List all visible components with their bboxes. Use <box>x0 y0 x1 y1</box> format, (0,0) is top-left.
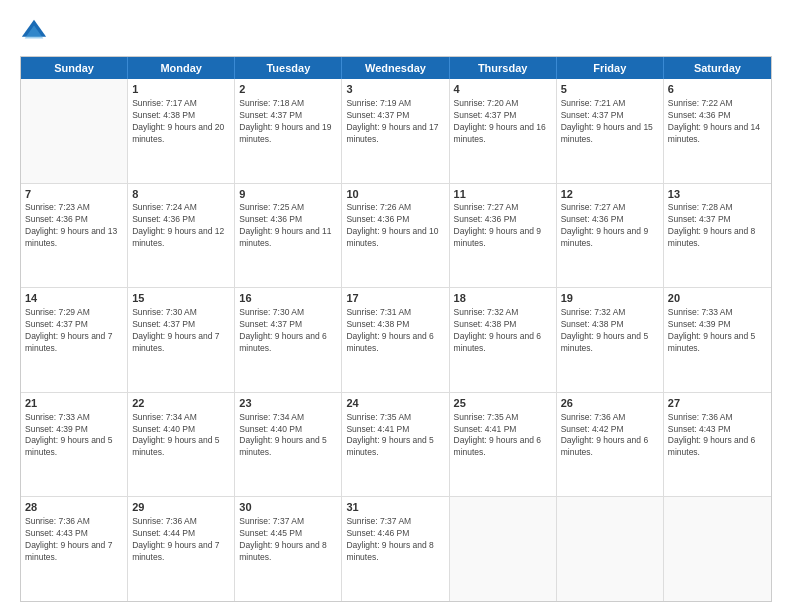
day-info: Sunrise: 7:33 AMSunset: 4:39 PMDaylight:… <box>668 307 767 355</box>
day-number: 16 <box>239 291 337 306</box>
calendar-cell-5-7 <box>664 497 771 601</box>
calendar-cell-4-4: 24Sunrise: 7:35 AMSunset: 4:41 PMDayligh… <box>342 393 449 497</box>
day-info: Sunrise: 7:36 AMSunset: 4:42 PMDaylight:… <box>561 412 659 460</box>
day-info: Sunrise: 7:26 AMSunset: 4:36 PMDaylight:… <box>346 202 444 250</box>
day-info: Sunrise: 7:34 AMSunset: 4:40 PMDaylight:… <box>239 412 337 460</box>
calendar-cell-5-6 <box>557 497 664 601</box>
day-info: Sunrise: 7:36 AMSunset: 4:43 PMDaylight:… <box>668 412 767 460</box>
calendar-cell-4-5: 25Sunrise: 7:35 AMSunset: 4:41 PMDayligh… <box>450 393 557 497</box>
day-number: 14 <box>25 291 123 306</box>
day-number: 4 <box>454 82 552 97</box>
calendar-row-1: 1Sunrise: 7:17 AMSunset: 4:38 PMDaylight… <box>21 79 771 184</box>
day-number: 26 <box>561 396 659 411</box>
day-number: 12 <box>561 187 659 202</box>
calendar-cell-3-7: 20Sunrise: 7:33 AMSunset: 4:39 PMDayligh… <box>664 288 771 392</box>
calendar-cell-1-4: 3Sunrise: 7:19 AMSunset: 4:37 PMDaylight… <box>342 79 449 183</box>
day-info: Sunrise: 7:27 AMSunset: 4:36 PMDaylight:… <box>561 202 659 250</box>
calendar-header-row: SundayMondayTuesdayWednesdayThursdayFrid… <box>21 57 771 79</box>
day-number: 24 <box>346 396 444 411</box>
calendar-cell-5-4: 31Sunrise: 7:37 AMSunset: 4:46 PMDayligh… <box>342 497 449 601</box>
day-info: Sunrise: 7:36 AMSunset: 4:43 PMDaylight:… <box>25 516 123 564</box>
day-number: 13 <box>668 187 767 202</box>
calendar-cell-1-7: 6Sunrise: 7:22 AMSunset: 4:36 PMDaylight… <box>664 79 771 183</box>
day-info: Sunrise: 7:34 AMSunset: 4:40 PMDaylight:… <box>132 412 230 460</box>
calendar-row-3: 14Sunrise: 7:29 AMSunset: 4:37 PMDayligh… <box>21 288 771 393</box>
day-number: 28 <box>25 500 123 515</box>
calendar-cell-3-3: 16Sunrise: 7:30 AMSunset: 4:37 PMDayligh… <box>235 288 342 392</box>
day-info: Sunrise: 7:31 AMSunset: 4:38 PMDaylight:… <box>346 307 444 355</box>
calendar-cell-2-2: 8Sunrise: 7:24 AMSunset: 4:36 PMDaylight… <box>128 184 235 288</box>
header <box>20 18 772 46</box>
day-number: 29 <box>132 500 230 515</box>
calendar: SundayMondayTuesdayWednesdayThursdayFrid… <box>20 56 772 602</box>
calendar-cell-5-3: 30Sunrise: 7:37 AMSunset: 4:45 PMDayligh… <box>235 497 342 601</box>
calendar-cell-4-6: 26Sunrise: 7:36 AMSunset: 4:42 PMDayligh… <box>557 393 664 497</box>
day-info: Sunrise: 7:23 AMSunset: 4:36 PMDaylight:… <box>25 202 123 250</box>
calendar-cell-5-5 <box>450 497 557 601</box>
calendar-row-2: 7Sunrise: 7:23 AMSunset: 4:36 PMDaylight… <box>21 184 771 289</box>
header-day-friday: Friday <box>557 57 664 79</box>
calendar-cell-3-4: 17Sunrise: 7:31 AMSunset: 4:38 PMDayligh… <box>342 288 449 392</box>
calendar-cell-4-3: 23Sunrise: 7:34 AMSunset: 4:40 PMDayligh… <box>235 393 342 497</box>
day-number: 6 <box>668 82 767 97</box>
calendar-cell-2-1: 7Sunrise: 7:23 AMSunset: 4:36 PMDaylight… <box>21 184 128 288</box>
logo-icon <box>20 18 48 46</box>
day-info: Sunrise: 7:20 AMSunset: 4:37 PMDaylight:… <box>454 98 552 146</box>
day-info: Sunrise: 7:35 AMSunset: 4:41 PMDaylight:… <box>454 412 552 460</box>
day-number: 7 <box>25 187 123 202</box>
day-info: Sunrise: 7:33 AMSunset: 4:39 PMDaylight:… <box>25 412 123 460</box>
calendar-row-5: 28Sunrise: 7:36 AMSunset: 4:43 PMDayligh… <box>21 497 771 601</box>
header-day-monday: Monday <box>128 57 235 79</box>
calendar-cell-3-5: 18Sunrise: 7:32 AMSunset: 4:38 PMDayligh… <box>450 288 557 392</box>
header-day-sunday: Sunday <box>21 57 128 79</box>
day-number: 20 <box>668 291 767 306</box>
calendar-cell-3-6: 19Sunrise: 7:32 AMSunset: 4:38 PMDayligh… <box>557 288 664 392</box>
day-info: Sunrise: 7:36 AMSunset: 4:44 PMDaylight:… <box>132 516 230 564</box>
calendar-cell-4-7: 27Sunrise: 7:36 AMSunset: 4:43 PMDayligh… <box>664 393 771 497</box>
calendar-cell-5-1: 28Sunrise: 7:36 AMSunset: 4:43 PMDayligh… <box>21 497 128 601</box>
day-info: Sunrise: 7:21 AMSunset: 4:37 PMDaylight:… <box>561 98 659 146</box>
day-number: 27 <box>668 396 767 411</box>
calendar-cell-4-1: 21Sunrise: 7:33 AMSunset: 4:39 PMDayligh… <box>21 393 128 497</box>
day-number: 31 <box>346 500 444 515</box>
day-number: 19 <box>561 291 659 306</box>
day-info: Sunrise: 7:32 AMSunset: 4:38 PMDaylight:… <box>454 307 552 355</box>
day-info: Sunrise: 7:17 AMSunset: 4:38 PMDaylight:… <box>132 98 230 146</box>
calendar-cell-1-1 <box>21 79 128 183</box>
day-info: Sunrise: 7:35 AMSunset: 4:41 PMDaylight:… <box>346 412 444 460</box>
day-number: 23 <box>239 396 337 411</box>
day-info: Sunrise: 7:27 AMSunset: 4:36 PMDaylight:… <box>454 202 552 250</box>
day-info: Sunrise: 7:19 AMSunset: 4:37 PMDaylight:… <box>346 98 444 146</box>
header-day-wednesday: Wednesday <box>342 57 449 79</box>
day-info: Sunrise: 7:18 AMSunset: 4:37 PMDaylight:… <box>239 98 337 146</box>
calendar-cell-1-2: 1Sunrise: 7:17 AMSunset: 4:38 PMDaylight… <box>128 79 235 183</box>
header-day-thursday: Thursday <box>450 57 557 79</box>
day-info: Sunrise: 7:24 AMSunset: 4:36 PMDaylight:… <box>132 202 230 250</box>
calendar-cell-2-4: 10Sunrise: 7:26 AMSunset: 4:36 PMDayligh… <box>342 184 449 288</box>
header-day-saturday: Saturday <box>664 57 771 79</box>
day-number: 17 <box>346 291 444 306</box>
calendar-cell-3-2: 15Sunrise: 7:30 AMSunset: 4:37 PMDayligh… <box>128 288 235 392</box>
day-number: 2 <box>239 82 337 97</box>
logo <box>20 18 52 46</box>
day-info: Sunrise: 7:22 AMSunset: 4:36 PMDaylight:… <box>668 98 767 146</box>
calendar-row-4: 21Sunrise: 7:33 AMSunset: 4:39 PMDayligh… <box>21 393 771 498</box>
day-info: Sunrise: 7:25 AMSunset: 4:36 PMDaylight:… <box>239 202 337 250</box>
calendar-cell-1-6: 5Sunrise: 7:21 AMSunset: 4:37 PMDaylight… <box>557 79 664 183</box>
day-number: 18 <box>454 291 552 306</box>
day-info: Sunrise: 7:30 AMSunset: 4:37 PMDaylight:… <box>132 307 230 355</box>
calendar-cell-2-6: 12Sunrise: 7:27 AMSunset: 4:36 PMDayligh… <box>557 184 664 288</box>
header-day-tuesday: Tuesday <box>235 57 342 79</box>
day-info: Sunrise: 7:29 AMSunset: 4:37 PMDaylight:… <box>25 307 123 355</box>
page: SundayMondayTuesdayWednesdayThursdayFrid… <box>0 0 792 612</box>
day-number: 21 <box>25 396 123 411</box>
day-info: Sunrise: 7:28 AMSunset: 4:37 PMDaylight:… <box>668 202 767 250</box>
day-number: 25 <box>454 396 552 411</box>
calendar-cell-1-5: 4Sunrise: 7:20 AMSunset: 4:37 PMDaylight… <box>450 79 557 183</box>
day-number: 8 <box>132 187 230 202</box>
calendar-cell-2-5: 11Sunrise: 7:27 AMSunset: 4:36 PMDayligh… <box>450 184 557 288</box>
day-info: Sunrise: 7:30 AMSunset: 4:37 PMDaylight:… <box>239 307 337 355</box>
day-info: Sunrise: 7:37 AMSunset: 4:46 PMDaylight:… <box>346 516 444 564</box>
calendar-cell-5-2: 29Sunrise: 7:36 AMSunset: 4:44 PMDayligh… <box>128 497 235 601</box>
day-number: 9 <box>239 187 337 202</box>
